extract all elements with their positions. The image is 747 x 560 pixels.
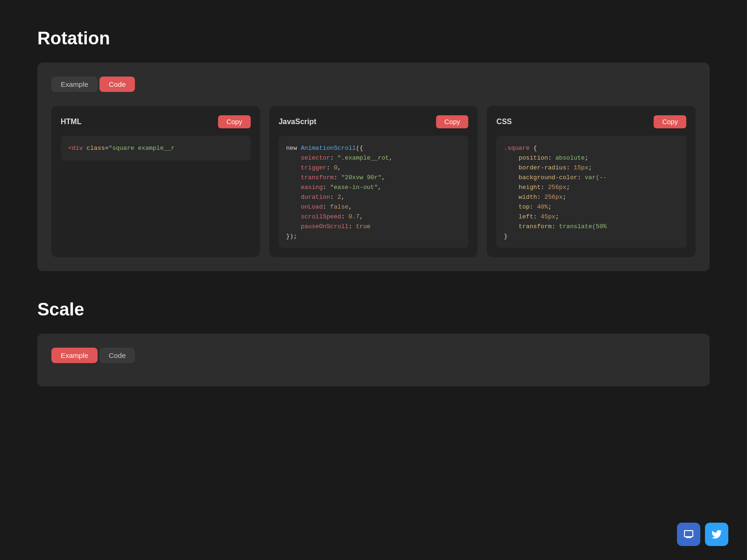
rotation-tab-bar: Example Code [51, 77, 696, 92]
js-panel-title: JavaScript [279, 118, 317, 126]
bottom-icon-bar [677, 523, 728, 546]
html-panel-title: HTML [61, 118, 81, 126]
scale-tab-example[interactable]: Example [51, 348, 98, 363]
scale-panel: Example Code [37, 334, 710, 386]
js-code-block[interactable]: new AnimationScroll({ selector: ".exampl… [279, 136, 469, 248]
scale-tab-code[interactable]: Code [99, 348, 135, 363]
rotation-code-panels: HTML Copy <div class="square example__r … [51, 106, 696, 257]
scale-title: Scale [37, 299, 710, 320]
rotation-title: Rotation [37, 28, 710, 49]
js-panel-header: JavaScript Copy [279, 115, 469, 128]
rotation-tab-code[interactable]: Code [99, 77, 135, 92]
css-code-panel: CSS Copy .square { position: absolute; b… [487, 106, 696, 257]
html-panel-header: HTML Copy [61, 115, 251, 128]
twitter-icon-button[interactable] [705, 523, 728, 546]
html-code-block[interactable]: <div class="square example__r [61, 136, 251, 161]
js-code-panel: JavaScript Copy new AnimationScroll({ se… [269, 106, 478, 257]
js-copy-button[interactable]: Copy [436, 115, 469, 128]
css-panel-header: CSS Copy [496, 115, 686, 128]
rotation-tab-example[interactable]: Example [51, 77, 98, 92]
scale-tab-bar: Example Code [51, 348, 696, 363]
monitor-icon-button[interactable] [677, 523, 700, 546]
rotation-panel: Example Code HTML Copy <div class="squar… [37, 63, 710, 271]
twitter-icon [711, 529, 722, 540]
css-code-block[interactable]: .square { position: absolute; border-rad… [496, 136, 686, 248]
html-code-panel: HTML Copy <div class="square example__r [51, 106, 260, 257]
html-copy-button[interactable]: Copy [218, 115, 251, 128]
monitor-icon [683, 529, 694, 540]
css-copy-button[interactable]: Copy [654, 115, 686, 128]
scale-section: Scale Example Code [37, 299, 710, 386]
css-panel-title: CSS [496, 118, 512, 126]
